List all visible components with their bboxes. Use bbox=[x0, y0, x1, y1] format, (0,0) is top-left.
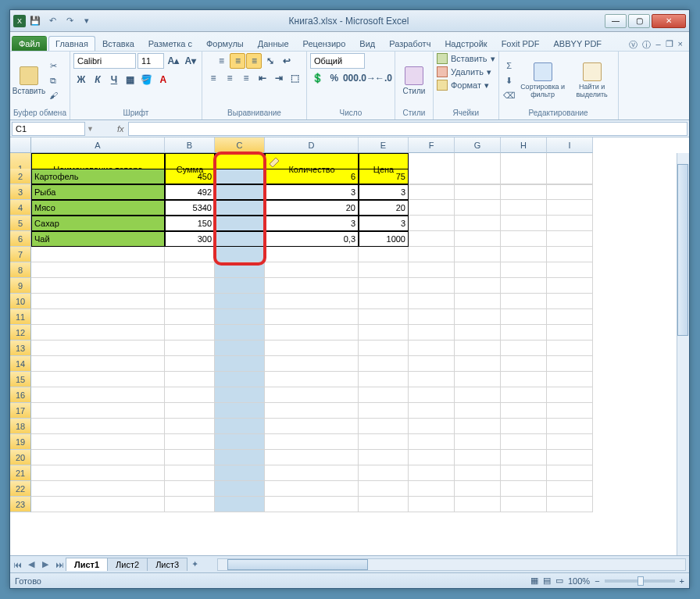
font-size-combo[interactable]: 11 bbox=[138, 53, 164, 69]
cell-I8[interactable] bbox=[547, 262, 593, 278]
cell-D21[interactable] bbox=[265, 465, 359, 481]
format-painter-button[interactable]: 🖌 bbox=[46, 88, 60, 102]
cell-H15[interactable] bbox=[501, 372, 547, 387]
cell-B19[interactable] bbox=[165, 434, 215, 450]
cell-C12[interactable] bbox=[215, 325, 265, 341]
tab-вставка[interactable]: Вставка bbox=[95, 36, 141, 51]
row-header-21[interactable]: 21 bbox=[10, 465, 31, 481]
sheet-tab-Лист3[interactable]: Лист3 bbox=[147, 558, 188, 571]
cell-C22[interactable] bbox=[215, 481, 265, 497]
cell-G14[interactable] bbox=[455, 356, 501, 372]
row-header-19[interactable]: 19 bbox=[10, 434, 31, 450]
cells-insert-button[interactable]: Вставить ▾ bbox=[437, 53, 495, 64]
cell-B17[interactable] bbox=[165, 403, 215, 419]
row-header-3[interactable]: 3 bbox=[10, 184, 31, 200]
col-header-C[interactable]: C bbox=[215, 137, 265, 153]
cell-D7[interactable] bbox=[265, 247, 359, 262]
align-right-button[interactable]: ≡ bbox=[238, 70, 254, 86]
col-header-D[interactable]: D bbox=[265, 137, 359, 153]
cell-C19[interactable] bbox=[215, 434, 265, 450]
cut-button[interactable]: ✂ bbox=[46, 59, 60, 73]
cell-B13[interactable] bbox=[165, 341, 215, 356]
fill-color-button[interactable]: 🪣 bbox=[139, 72, 155, 87]
tab-данные[interactable]: Данные bbox=[251, 36, 296, 51]
cell-I18[interactable] bbox=[547, 419, 593, 434]
row-header-13[interactable]: 13 bbox=[10, 341, 31, 356]
cell-I9[interactable] bbox=[547, 278, 593, 294]
indent-inc-button[interactable]: ⇥ bbox=[271, 70, 287, 86]
horizontal-scrollbar[interactable] bbox=[217, 558, 686, 571]
cell-H18[interactable] bbox=[501, 419, 547, 434]
cell-E13[interactable] bbox=[359, 341, 409, 356]
cell-G12[interactable] bbox=[455, 325, 501, 341]
vscroll-thumb[interactable] bbox=[677, 164, 688, 336]
cell-A13[interactable] bbox=[31, 341, 165, 356]
cell-D12[interactable] bbox=[265, 325, 359, 341]
cell-F22[interactable] bbox=[409, 481, 455, 497]
tab-abbyy pdf[interactable]: ABBYY PDF bbox=[547, 36, 609, 51]
cell-A10[interactable] bbox=[31, 294, 165, 309]
cell-B18[interactable] bbox=[165, 419, 215, 434]
underline-button[interactable]: Ч bbox=[106, 72, 122, 87]
hscroll-thumb[interactable] bbox=[227, 559, 368, 570]
cell-A18[interactable] bbox=[31, 419, 165, 434]
cell-F4[interactable] bbox=[409, 200, 455, 216]
row-header-12[interactable]: 12 bbox=[10, 325, 31, 341]
cell-E12[interactable] bbox=[359, 325, 409, 341]
sort-filter-button[interactable]: Сортировка и фильтр bbox=[518, 57, 568, 104]
zoom-out-button[interactable]: − bbox=[595, 576, 599, 586]
cell-H20[interactable] bbox=[501, 450, 547, 465]
cell-E6[interactable]: 1000 bbox=[359, 231, 409, 247]
cell-F5[interactable] bbox=[409, 216, 455, 231]
cell-D4[interactable]: 20 bbox=[265, 200, 359, 216]
cell-D19[interactable] bbox=[265, 434, 359, 450]
sheet-nav-last[interactable]: ⏭ bbox=[52, 558, 66, 572]
cell-B15[interactable] bbox=[165, 372, 215, 387]
cell-A6[interactable]: Чай bbox=[31, 231, 165, 247]
mdi-minimize-icon[interactable]: – bbox=[655, 39, 660, 51]
cell-F2[interactable] bbox=[409, 169, 455, 184]
cell-B9[interactable] bbox=[165, 278, 215, 294]
cell-E4[interactable]: 20 bbox=[359, 200, 409, 216]
row-header-11[interactable]: 11 bbox=[10, 309, 31, 325]
cell-E10[interactable] bbox=[359, 294, 409, 309]
cell-C21[interactable] bbox=[215, 465, 265, 481]
cell-G8[interactable] bbox=[455, 262, 501, 278]
cell-F23[interactable] bbox=[409, 497, 455, 512]
cell-G7[interactable] bbox=[455, 247, 501, 262]
cell-I20[interactable] bbox=[547, 450, 593, 465]
cell-G5[interactable] bbox=[455, 216, 501, 231]
cell-G16[interactable] bbox=[455, 387, 501, 403]
cell-H7[interactable] bbox=[501, 247, 547, 262]
number-format-combo[interactable]: Общий bbox=[310, 53, 365, 69]
cell-D8[interactable] bbox=[265, 262, 359, 278]
namebox-dropdown[interactable]: ▼ bbox=[87, 125, 94, 133]
cell-B3[interactable]: 492 bbox=[165, 184, 215, 200]
cell-C5[interactable] bbox=[215, 216, 265, 231]
cell-D15[interactable] bbox=[265, 372, 359, 387]
font-name-combo[interactable]: Calibri bbox=[73, 53, 136, 69]
cell-E11[interactable] bbox=[359, 309, 409, 325]
sheet-nav-prev[interactable]: ◀ bbox=[24, 558, 38, 572]
cell-C8[interactable] bbox=[215, 262, 265, 278]
select-all-corner[interactable] bbox=[10, 137, 31, 153]
tab-разработч[interactable]: Разработч bbox=[382, 36, 438, 51]
align-left-button[interactable]: ≡ bbox=[205, 70, 221, 86]
col-header-E[interactable]: E bbox=[359, 137, 409, 153]
cell-G21[interactable] bbox=[455, 465, 501, 481]
cell-G9[interactable] bbox=[455, 278, 501, 294]
cell-F14[interactable] bbox=[409, 356, 455, 372]
cell-H4[interactable] bbox=[501, 200, 547, 216]
row-header-14[interactable]: 14 bbox=[10, 356, 31, 372]
formula-input[interactable] bbox=[128, 122, 688, 136]
cell-H9[interactable] bbox=[501, 278, 547, 294]
cell-H16[interactable] bbox=[501, 387, 547, 403]
cell-A3[interactable]: Рыба bbox=[31, 184, 165, 200]
cell-D16[interactable] bbox=[265, 387, 359, 403]
cell-F11[interactable] bbox=[409, 309, 455, 325]
cell-G20[interactable] bbox=[455, 450, 501, 465]
cell-E3[interactable]: 3 bbox=[359, 184, 409, 200]
view-layout-button[interactable]: ▤ bbox=[543, 576, 551, 586]
cell-B7[interactable] bbox=[165, 247, 215, 262]
cell-F3[interactable] bbox=[409, 184, 455, 200]
